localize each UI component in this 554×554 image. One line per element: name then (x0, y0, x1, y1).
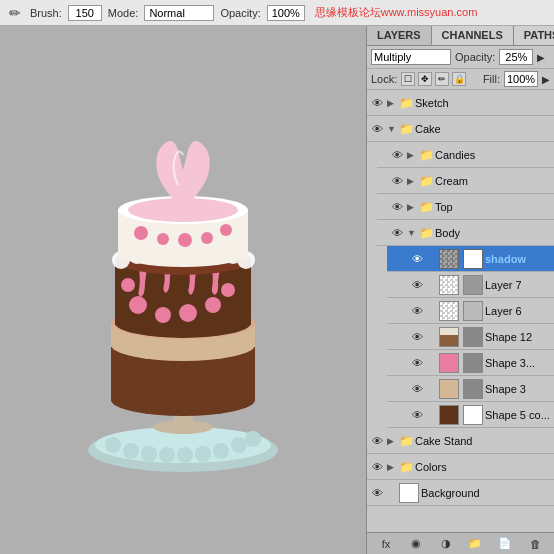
layer-name-background: Background (421, 487, 552, 499)
eye-icon-layer7[interactable]: 👁 (409, 277, 425, 293)
layer-thumb-layer6 (439, 301, 459, 321)
tab-layers[interactable]: LAYERS (367, 26, 432, 45)
main-toolbar: ✏ Brush: 150 Mode: Normal Opacity: 100% … (0, 0, 554, 26)
layer-name-layer7: Layer 7 (485, 279, 552, 291)
svg-point-9 (231, 437, 247, 453)
layer-item-layer7[interactable]: 👁 Layer 7 (387, 272, 554, 298)
layer-item-shape12[interactable]: 👁 Shape 12 (387, 324, 554, 350)
lock-image-btn[interactable]: ✥ (418, 72, 432, 86)
expand-candies[interactable]: ▶ (407, 150, 417, 160)
eye-icon-shape12[interactable]: 👁 (409, 329, 425, 345)
eye-icon-top[interactable]: 👁 (389, 199, 405, 215)
svg-point-5 (159, 447, 175, 463)
layer-name-layer6: Layer 6 (485, 305, 552, 317)
layer-item-shape3[interactable]: 👁 Shape 3 (387, 376, 554, 402)
expand-cake[interactable]: ▼ (387, 124, 397, 134)
layer-item-sketch[interactable]: 👁 ▶ 📁 Sketch (367, 90, 554, 116)
layers-list[interactable]: 👁 ▶ 📁 Sketch 👁 ▼ 📁 Cake 👁 ▶ 📁 (367, 90, 554, 532)
eye-icon-layer6[interactable]: 👁 (409, 303, 425, 319)
lock-position-btn[interactable]: ✏ (435, 72, 449, 86)
expand-colors[interactable]: ▶ (387, 462, 397, 472)
tab-paths[interactable]: PATHS (514, 26, 554, 45)
eye-icon-body[interactable]: 👁 (389, 225, 405, 241)
expand-cream[interactable]: ▶ (407, 176, 417, 186)
layer-item-background[interactable]: 👁 Background (367, 480, 554, 506)
layer-item-cake[interactable]: 👁 ▼ 📁 Cake (367, 116, 554, 142)
site-watermark: 思缘模板论坛www.missyuan.com (315, 5, 478, 20)
svg-point-27 (205, 297, 221, 313)
mode-select[interactable]: Normal (144, 5, 214, 21)
layer-item-shadow[interactable]: 👁 shadow (387, 246, 554, 272)
opacity-input[interactable]: 100% (267, 5, 305, 21)
layer-name-top: Top (435, 201, 552, 213)
svg-point-2 (105, 437, 121, 453)
eye-icon-shape3[interactable]: 👁 (409, 381, 425, 397)
layer-name-shape5: Shape 5 co... (485, 409, 552, 421)
layer-mask-shape3pink (463, 353, 483, 373)
layer-name-cream: Cream (435, 175, 552, 187)
blend-opacity-value[interactable]: 25% (499, 49, 533, 65)
eye-icon-sketch[interactable]: 👁 (369, 95, 385, 111)
layer-item-layer6[interactable]: 👁 Layer 6 (387, 298, 554, 324)
eye-icon-colors[interactable]: 👁 (369, 459, 385, 475)
layer-delete-button[interactable]: 🗑 (526, 536, 544, 552)
layer-thumb-background (399, 483, 419, 503)
eye-icon-candies[interactable]: 👁 (389, 147, 405, 163)
fill-label: Fill: (483, 73, 500, 85)
eye-icon-shadow[interactable]: 👁 (409, 251, 425, 267)
opacity-row-label: Opacity: (455, 51, 495, 63)
brush-tool-icon[interactable]: ✏ (6, 4, 24, 22)
svg-point-6 (177, 447, 193, 463)
mode-label: Mode: (108, 7, 139, 19)
layer-new-button[interactable]: 📄 (496, 536, 514, 552)
opacity-label: Opacity: (220, 7, 260, 19)
layer-item-candies[interactable]: 👁 ▶ 📁 Candies (377, 142, 554, 168)
layer-name-shadow: shadow (485, 253, 552, 265)
layer-item-colors[interactable]: 👁 ▶ 📁 Colors (367, 454, 554, 480)
eye-icon-cakestand[interactable]: 👁 (369, 433, 385, 449)
layer-mask-shape12 (463, 327, 483, 347)
folder-icon-colors: 📁 (399, 460, 413, 474)
folder-icon-candies: 📁 (419, 148, 433, 162)
folder-icon-sketch: 📁 (399, 96, 413, 110)
layer-fx-button[interactable]: fx (377, 536, 395, 552)
svg-point-8 (213, 443, 229, 459)
layer-item-cakestand[interactable]: 👁 ▶ 📁 Cake Stand (367, 428, 554, 454)
layer-group-button[interactable]: 📁 (466, 536, 484, 552)
eye-icon-cake[interactable]: 👁 (369, 121, 385, 137)
layer-thumb-shape5 (439, 405, 459, 425)
eye-icon-background[interactable]: 👁 (369, 485, 385, 501)
layer-item-body[interactable]: 👁 ▼ 📁 Body (377, 220, 554, 246)
svg-point-46 (220, 224, 232, 236)
layer-adjustment-button[interactable]: ◑ (437, 536, 455, 552)
canvas-area[interactable] (0, 26, 366, 554)
eye-icon-shape3pink[interactable]: 👁 (409, 355, 425, 371)
layer-item-shape3pink[interactable]: 👁 Shape 3... (387, 350, 554, 376)
layer-item-top[interactable]: 👁 ▶ 📁 Top (377, 194, 554, 220)
tab-channels[interactable]: CHANNELS (432, 26, 514, 45)
blend-mode-select[interactable]: Multiply (371, 49, 451, 65)
layer-item-shape5[interactable]: 👁 Shape 5 co... (387, 402, 554, 428)
expand-body[interactable]: ▼ (407, 228, 417, 238)
lock-all-btn[interactable]: 🔒 (452, 72, 466, 86)
layer-name-colors: Colors (415, 461, 552, 473)
eye-icon-shape5[interactable]: 👁 (409, 407, 425, 423)
layer-name-shape3pink: Shape 3... (485, 357, 552, 369)
lock-transparent-btn[interactable]: ☐ (401, 72, 415, 86)
expand-top[interactable]: ▶ (407, 202, 417, 212)
folder-icon-body: 📁 (419, 226, 433, 240)
svg-point-4 (141, 446, 157, 462)
layer-name-cakestand: Cake Stand (415, 435, 552, 447)
layer-name-body: Body (435, 227, 552, 239)
layer-item-cream[interactable]: 👁 ▶ 📁 Cream (377, 168, 554, 194)
fill-value[interactable]: 100% (504, 71, 538, 87)
fill-arrow[interactable]: ▶ (542, 74, 550, 85)
opacity-arrow[interactable]: ▶ (537, 52, 545, 63)
main-content: LAYERS CHANNELS PATHS Multiply Opacity: … (0, 26, 554, 554)
expand-cakestand[interactable]: ▶ (387, 436, 397, 446)
brush-size-display[interactable]: 150 (68, 5, 102, 21)
layer-name-sketch: Sketch (415, 97, 552, 109)
eye-icon-cream[interactable]: 👁 (389, 173, 405, 189)
expand-sketch[interactable]: ▶ (387, 98, 397, 108)
layer-mask-button[interactable]: ◉ (407, 536, 425, 552)
